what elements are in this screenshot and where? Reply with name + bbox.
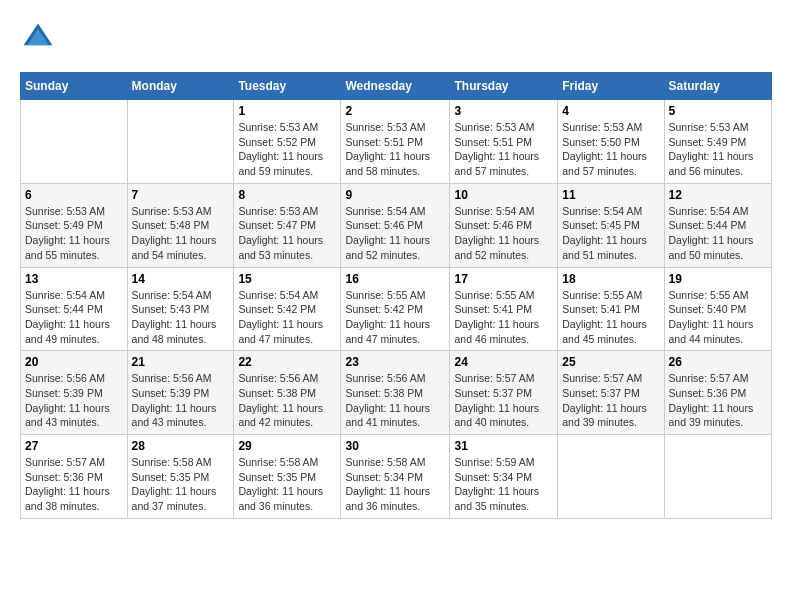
calendar-cell: 13Sunrise: 5:54 AM Sunset: 5:44 PM Dayli…: [21, 267, 128, 351]
day-number: 30: [345, 439, 445, 453]
day-info: Sunrise: 5:56 AM Sunset: 5:38 PM Dayligh…: [238, 371, 336, 430]
day-info: Sunrise: 5:53 AM Sunset: 5:49 PM Dayligh…: [25, 204, 123, 263]
day-number: 5: [669, 104, 767, 118]
logo-icon: [20, 20, 56, 56]
day-number: 26: [669, 355, 767, 369]
day-info: Sunrise: 5:54 AM Sunset: 5:46 PM Dayligh…: [345, 204, 445, 263]
calendar-cell: 3Sunrise: 5:53 AM Sunset: 5:51 PM Daylig…: [450, 100, 558, 184]
day-number: 22: [238, 355, 336, 369]
day-number: 28: [132, 439, 230, 453]
calendar-cell: 9Sunrise: 5:54 AM Sunset: 5:46 PM Daylig…: [341, 183, 450, 267]
day-number: 29: [238, 439, 336, 453]
day-number: 12: [669, 188, 767, 202]
day-number: 9: [345, 188, 445, 202]
weekday-header-sunday: Sunday: [21, 73, 128, 100]
day-number: 21: [132, 355, 230, 369]
day-info: Sunrise: 5:56 AM Sunset: 5:39 PM Dayligh…: [25, 371, 123, 430]
calendar-cell: 10Sunrise: 5:54 AM Sunset: 5:46 PM Dayli…: [450, 183, 558, 267]
day-info: Sunrise: 5:54 AM Sunset: 5:42 PM Dayligh…: [238, 288, 336, 347]
day-number: 23: [345, 355, 445, 369]
calendar-cell: 17Sunrise: 5:55 AM Sunset: 5:41 PM Dayli…: [450, 267, 558, 351]
day-info: Sunrise: 5:55 AM Sunset: 5:41 PM Dayligh…: [454, 288, 553, 347]
calendar-cell: 19Sunrise: 5:55 AM Sunset: 5:40 PM Dayli…: [664, 267, 771, 351]
day-number: 4: [562, 104, 659, 118]
day-number: 16: [345, 272, 445, 286]
calendar-cell: 21Sunrise: 5:56 AM Sunset: 5:39 PM Dayli…: [127, 351, 234, 435]
calendar-cell: 18Sunrise: 5:55 AM Sunset: 5:41 PM Dayli…: [558, 267, 664, 351]
day-info: Sunrise: 5:53 AM Sunset: 5:52 PM Dayligh…: [238, 120, 336, 179]
calendar-cell: 7Sunrise: 5:53 AM Sunset: 5:48 PM Daylig…: [127, 183, 234, 267]
day-number: 6: [25, 188, 123, 202]
calendar-cell: 26Sunrise: 5:57 AM Sunset: 5:36 PM Dayli…: [664, 351, 771, 435]
day-number: 19: [669, 272, 767, 286]
calendar-cell: 25Sunrise: 5:57 AM Sunset: 5:37 PM Dayli…: [558, 351, 664, 435]
day-info: Sunrise: 5:57 AM Sunset: 5:36 PM Dayligh…: [25, 455, 123, 514]
day-number: 2: [345, 104, 445, 118]
day-number: 18: [562, 272, 659, 286]
day-info: Sunrise: 5:53 AM Sunset: 5:51 PM Dayligh…: [454, 120, 553, 179]
logo: [20, 20, 60, 56]
day-info: Sunrise: 5:53 AM Sunset: 5:50 PM Dayligh…: [562, 120, 659, 179]
day-number: 1: [238, 104, 336, 118]
weekday-header-thursday: Thursday: [450, 73, 558, 100]
calendar-cell: 28Sunrise: 5:58 AM Sunset: 5:35 PM Dayli…: [127, 435, 234, 519]
day-info: Sunrise: 5:56 AM Sunset: 5:38 PM Dayligh…: [345, 371, 445, 430]
calendar-cell: [558, 435, 664, 519]
day-info: Sunrise: 5:53 AM Sunset: 5:48 PM Dayligh…: [132, 204, 230, 263]
day-info: Sunrise: 5:58 AM Sunset: 5:34 PM Dayligh…: [345, 455, 445, 514]
calendar-week-row: 20Sunrise: 5:56 AM Sunset: 5:39 PM Dayli…: [21, 351, 772, 435]
calendar-cell: 16Sunrise: 5:55 AM Sunset: 5:42 PM Dayli…: [341, 267, 450, 351]
day-info: Sunrise: 5:58 AM Sunset: 5:35 PM Dayligh…: [238, 455, 336, 514]
weekday-header-friday: Friday: [558, 73, 664, 100]
day-info: Sunrise: 5:54 AM Sunset: 5:43 PM Dayligh…: [132, 288, 230, 347]
day-number: 27: [25, 439, 123, 453]
day-info: Sunrise: 5:54 AM Sunset: 5:44 PM Dayligh…: [25, 288, 123, 347]
weekday-header-tuesday: Tuesday: [234, 73, 341, 100]
page-header: [20, 20, 772, 56]
calendar-cell: 31Sunrise: 5:59 AM Sunset: 5:34 PM Dayli…: [450, 435, 558, 519]
day-number: 24: [454, 355, 553, 369]
calendar-cell: 29Sunrise: 5:58 AM Sunset: 5:35 PM Dayli…: [234, 435, 341, 519]
day-number: 25: [562, 355, 659, 369]
calendar-cell: [664, 435, 771, 519]
day-info: Sunrise: 5:53 AM Sunset: 5:49 PM Dayligh…: [669, 120, 767, 179]
calendar-cell: [21, 100, 128, 184]
calendar-week-row: 27Sunrise: 5:57 AM Sunset: 5:36 PM Dayli…: [21, 435, 772, 519]
calendar-cell: 24Sunrise: 5:57 AM Sunset: 5:37 PM Dayli…: [450, 351, 558, 435]
day-number: 15: [238, 272, 336, 286]
day-number: 3: [454, 104, 553, 118]
day-info: Sunrise: 5:56 AM Sunset: 5:39 PM Dayligh…: [132, 371, 230, 430]
day-number: 10: [454, 188, 553, 202]
weekday-header-wednesday: Wednesday: [341, 73, 450, 100]
calendar-cell: 15Sunrise: 5:54 AM Sunset: 5:42 PM Dayli…: [234, 267, 341, 351]
day-info: Sunrise: 5:54 AM Sunset: 5:46 PM Dayligh…: [454, 204, 553, 263]
calendar-cell: 20Sunrise: 5:56 AM Sunset: 5:39 PM Dayli…: [21, 351, 128, 435]
calendar-header-row: SundayMondayTuesdayWednesdayThursdayFrid…: [21, 73, 772, 100]
day-info: Sunrise: 5:58 AM Sunset: 5:35 PM Dayligh…: [132, 455, 230, 514]
day-number: 20: [25, 355, 123, 369]
calendar-cell: 11Sunrise: 5:54 AM Sunset: 5:45 PM Dayli…: [558, 183, 664, 267]
day-info: Sunrise: 5:54 AM Sunset: 5:45 PM Dayligh…: [562, 204, 659, 263]
calendar-cell: 2Sunrise: 5:53 AM Sunset: 5:51 PM Daylig…: [341, 100, 450, 184]
calendar-cell: 1Sunrise: 5:53 AM Sunset: 5:52 PM Daylig…: [234, 100, 341, 184]
calendar-cell: 5Sunrise: 5:53 AM Sunset: 5:49 PM Daylig…: [664, 100, 771, 184]
day-info: Sunrise: 5:55 AM Sunset: 5:40 PM Dayligh…: [669, 288, 767, 347]
day-number: 13: [25, 272, 123, 286]
day-number: 7: [132, 188, 230, 202]
calendar-cell: 12Sunrise: 5:54 AM Sunset: 5:44 PM Dayli…: [664, 183, 771, 267]
calendar-table: SundayMondayTuesdayWednesdayThursdayFrid…: [20, 72, 772, 519]
day-info: Sunrise: 5:57 AM Sunset: 5:36 PM Dayligh…: [669, 371, 767, 430]
day-info: Sunrise: 5:55 AM Sunset: 5:41 PM Dayligh…: [562, 288, 659, 347]
day-info: Sunrise: 5:57 AM Sunset: 5:37 PM Dayligh…: [562, 371, 659, 430]
day-number: 14: [132, 272, 230, 286]
calendar-cell: 14Sunrise: 5:54 AM Sunset: 5:43 PM Dayli…: [127, 267, 234, 351]
day-info: Sunrise: 5:57 AM Sunset: 5:37 PM Dayligh…: [454, 371, 553, 430]
calendar-cell: 4Sunrise: 5:53 AM Sunset: 5:50 PM Daylig…: [558, 100, 664, 184]
calendar-cell: 30Sunrise: 5:58 AM Sunset: 5:34 PM Dayli…: [341, 435, 450, 519]
weekday-header-saturday: Saturday: [664, 73, 771, 100]
calendar-cell: 27Sunrise: 5:57 AM Sunset: 5:36 PM Dayli…: [21, 435, 128, 519]
day-number: 8: [238, 188, 336, 202]
calendar-week-row: 13Sunrise: 5:54 AM Sunset: 5:44 PM Dayli…: [21, 267, 772, 351]
day-info: Sunrise: 5:55 AM Sunset: 5:42 PM Dayligh…: [345, 288, 445, 347]
calendar-cell: 23Sunrise: 5:56 AM Sunset: 5:38 PM Dayli…: [341, 351, 450, 435]
